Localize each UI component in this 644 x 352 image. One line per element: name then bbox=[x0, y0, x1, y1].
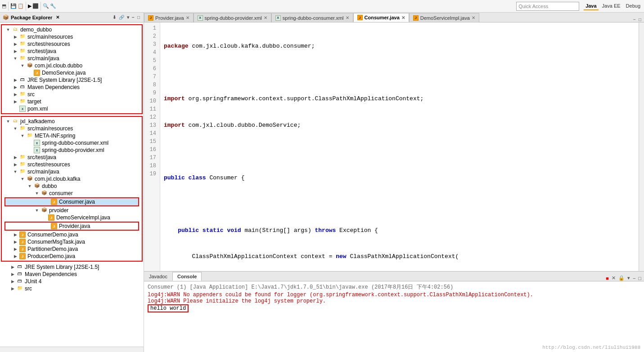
expand-icon[interactable]: ▼ bbox=[12, 126, 19, 131]
scroll-lock-button[interactable]: 🔒 bbox=[617, 275, 626, 281]
tree-item-demo-dubbo[interactable]: ▼ 🗂 demo_dubbo bbox=[3, 26, 141, 33]
expand-icon[interactable]: ▼ bbox=[33, 191, 41, 196]
tree-item-jre-library[interactable]: ▶ 🗃 JRE System Library [J2SE-1.5] bbox=[3, 76, 141, 84]
expand-icon[interactable]: ▶ bbox=[12, 42, 19, 46]
tree-item-src[interactable]: ▶ 📁 src bbox=[3, 91, 141, 98]
expand-icon[interactable]: ▶ bbox=[9, 279, 16, 284]
tree-item-spring-dubbo-provider-xml[interactable]: X spring-dubbo-provider.xml bbox=[3, 147, 141, 154]
tree-item-src-2[interactable]: ▶ 📁 src bbox=[0, 285, 144, 292]
tree-item-dubbo-pkg[interactable]: ▼ 📦 dubbo bbox=[3, 183, 141, 190]
expand-icon[interactable]: ▶ bbox=[9, 272, 16, 276]
perspective-javaee[interactable]: Java EE bbox=[600, 2, 622, 10]
tree-item-src-main-java-2[interactable]: ▼ 📁 src/main/java bbox=[3, 168, 141, 175]
tree-item-consumermsgtask[interactable]: ▶ J ConsumerMsgTask.java bbox=[3, 238, 141, 245]
tree-item-demoservice-java[interactable]: J DemoService.java bbox=[3, 69, 141, 76]
close-icon[interactable]: ✕ bbox=[56, 15, 59, 20]
tree-item-spring-dubbo-consumer-xml[interactable]: X spring-dubbo-consumer.xml bbox=[3, 139, 141, 147]
collapse-all-button[interactable]: ⬇ bbox=[112, 15, 117, 20]
panel-maximize-button[interactable]: □ bbox=[136, 15, 141, 20]
editor-vertical-scrollbar[interactable] bbox=[639, 22, 644, 271]
tree-item-src-main-java[interactable]: ▼ 📁 src/main/java bbox=[3, 55, 141, 62]
perspective-java[interactable]: Java bbox=[584, 2, 598, 10]
expand-icon[interactable]: ▼ bbox=[19, 177, 26, 181]
tab-close-button[interactable]: ✕ bbox=[472, 15, 475, 20]
expand-icon[interactable]: ▼ bbox=[5, 119, 12, 124]
tree-item-com-jxl-cloub-kafka[interactable]: ▼ 📦 com.jxl.cloub.kafka bbox=[3, 175, 141, 183]
expand-icon[interactable]: ▶ bbox=[9, 265, 16, 269]
tree-item-partitionerdemo[interactable]: ▶ J PartitionerDemo.java bbox=[3, 245, 141, 253]
expand-icon[interactable]: ▶ bbox=[12, 78, 19, 82]
stop-button[interactable]: ■ bbox=[605, 276, 610, 281]
maximize-editor-button[interactable]: □ bbox=[638, 17, 642, 22]
tab-provider-java[interactable]: J Provider.java ✕ bbox=[144, 13, 194, 22]
toolbar-icon-5[interactable]: ⬛ bbox=[32, 3, 39, 9]
tab-close-button[interactable]: ✕ bbox=[401, 15, 405, 20]
tree-item-src-main-resources-2[interactable]: ▼ 📁 src/main/resources bbox=[3, 125, 141, 132]
toolbar-icon-4[interactable]: ▶ bbox=[28, 3, 32, 9]
expand-icon[interactable]: ▼ bbox=[12, 169, 19, 174]
tree-item-demoserviceimpl-java[interactable]: J DemoServiceImpl.java bbox=[3, 214, 141, 221]
expand-icon[interactable]: ▶ bbox=[12, 232, 19, 237]
tab-console[interactable]: Console bbox=[172, 272, 202, 281]
tree-item-src-test-java-2[interactable]: ▶ 📁 src/test/java bbox=[3, 154, 141, 161]
expand-icon[interactable]: ▶ bbox=[9, 286, 16, 291]
tree-item-pom-xml[interactable]: X pom.xml bbox=[3, 105, 141, 112]
perspective-debug[interactable]: Debug bbox=[624, 2, 642, 10]
toolbar-icon-3[interactable]: 📋 bbox=[18, 3, 24, 9]
expand-icon[interactable]: ▶ bbox=[12, 240, 19, 244]
console-area[interactable]: Consumer (1) [Java Application] E:\Java1… bbox=[144, 281, 644, 352]
expand-icon[interactable]: ▶ bbox=[12, 247, 19, 251]
expand-icon[interactable]: ▼ bbox=[19, 63, 26, 68]
expand-icon[interactable]: ▼ bbox=[19, 134, 26, 138]
toolbar-icon-7[interactable]: 🔧 bbox=[50, 3, 56, 9]
expand-icon[interactable]: ▼ bbox=[26, 184, 33, 188]
code-editor[interactable]: 12345 678910 1112131415 16171819 package… bbox=[144, 22, 644, 271]
expand-icon[interactable]: ▶ bbox=[12, 99, 19, 104]
expand-icon[interactable]: ▶ bbox=[12, 92, 19, 97]
tree-item-src-test-java[interactable]: ▶ 📁 src/test/java bbox=[3, 48, 141, 55]
tree-item-consumerdemo[interactable]: ▶ J ConsumerDemo.java bbox=[3, 231, 141, 238]
tree-item-consumer-pkg[interactable]: ▼ 📦 consumer bbox=[3, 190, 141, 197]
console-minimize-button[interactable]: − bbox=[632, 276, 636, 281]
code-content[interactable]: package com.jxl.cloub.kafka.dubbo.consum… bbox=[160, 22, 639, 271]
tree-item-maven-deps-2[interactable]: ▶ 🗃 Maven Dependencies bbox=[0, 271, 144, 278]
tree-item-junit4[interactable]: ▶ 🗃 JUnit 4 bbox=[0, 278, 144, 285]
expand-icon[interactable]: ▼ bbox=[12, 56, 19, 61]
tree-item-meta-inf-spring[interactable]: ▼ 📁 META-INF.spring bbox=[3, 132, 141, 139]
tab-spring-dubbo-provider-xml[interactable]: X spring-dubbo-provider.xml ✕ bbox=[194, 13, 271, 22]
tree-item-com-jxl-cloub-dubbo[interactable]: ▼ 📦 com.jxl.cloub.dubbo bbox=[3, 62, 141, 69]
tab-close-button[interactable]: ✕ bbox=[186, 15, 189, 20]
expand-icon[interactable]: ▶ bbox=[12, 49, 19, 53]
quick-access-input[interactable]: Quick Access bbox=[516, 2, 579, 11]
tree-item-src-test-resources[interactable]: ▶ 📁 src/test/resources bbox=[3, 40, 141, 48]
toolbar-icon-6[interactable]: 🔍 bbox=[43, 3, 49, 9]
tree-area[interactable]: ▼ 🗂 demo_dubbo ▶ 📁 src/main/resources ▶ … bbox=[0, 22, 144, 347]
expand-icon[interactable]: ▶ bbox=[12, 254, 19, 258]
tree-item-jxl-kafkademo[interactable]: ▼ 🗂 jxl_kafkademo bbox=[3, 118, 141, 125]
expand-icon[interactable]: ▼ bbox=[5, 27, 12, 32]
tab-spring-dubbo-consumer-xml[interactable]: X spring-dubbo-consumer.xml ✕ bbox=[271, 13, 353, 22]
tree-item-provider-java[interactable]: J Provider.java bbox=[5, 223, 138, 230]
tree-item-src-test-resources-2[interactable]: ▶ 📁 src/test/resources bbox=[3, 161, 141, 168]
tab-javadoc[interactable]: Javadoc bbox=[144, 272, 172, 281]
tab-consumer-java[interactable]: J Consumer.java ✕ bbox=[353, 13, 409, 22]
tab-demoserviceimpl-java[interactable]: J DemoServiceImpl.java ✕ bbox=[409, 13, 479, 22]
tree-item-target[interactable]: ▶ 📁 target bbox=[3, 98, 141, 105]
console-maximize-button[interactable]: □ bbox=[637, 276, 642, 281]
tree-item-consumer-java[interactable]: J Consumer.java bbox=[5, 198, 138, 205]
horizontal-scrollbar[interactable] bbox=[0, 347, 144, 352]
expand-icon[interactable]: ▶ bbox=[12, 85, 19, 89]
expand-icon[interactable]: ▼ bbox=[33, 208, 41, 213]
tree-item-producerdemo[interactable]: ▶ J ProducerDemo.java bbox=[3, 253, 141, 260]
tab-close-button[interactable]: ✕ bbox=[264, 15, 267, 20]
tree-item-src-main-resources[interactable]: ▶ 📁 src/main/resources bbox=[3, 33, 141, 40]
tree-item-maven-deps[interactable]: ▶ 🗃 Maven Dependencies bbox=[3, 84, 141, 91]
clear-button[interactable]: ✕ bbox=[611, 275, 617, 281]
panel-menu-button[interactable]: ▾ bbox=[126, 15, 130, 20]
minimize-editor-button[interactable]: − bbox=[632, 17, 637, 22]
tree-item-jre-library-2[interactable]: ▶ 🗃 JRE System Library [J2SE-1.5] bbox=[0, 263, 144, 271]
expand-icon[interactable]: ▶ bbox=[12, 155, 19, 160]
panel-minimize-button[interactable]: − bbox=[131, 15, 135, 20]
link-editor-button[interactable]: 🔗 bbox=[118, 15, 125, 20]
expand-icon[interactable]: ▶ bbox=[12, 35, 19, 39]
